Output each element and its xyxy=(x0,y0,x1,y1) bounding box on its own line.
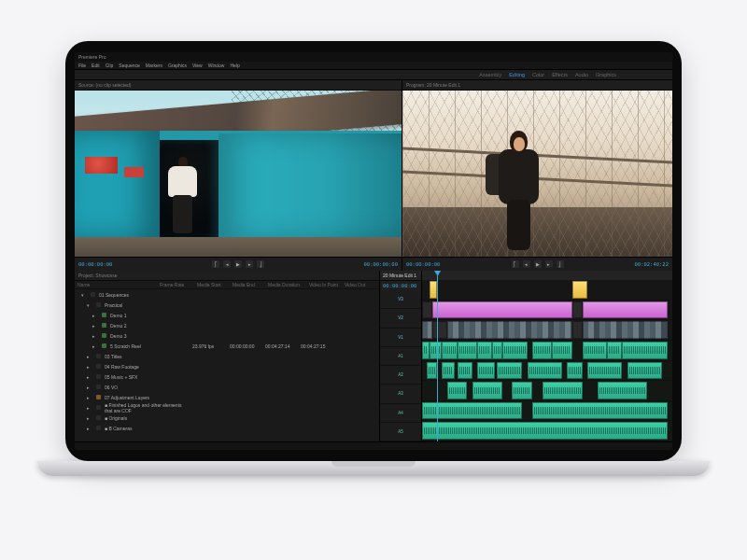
source-tab[interactable]: Source: (no clip selected) xyxy=(75,80,402,91)
track-a2[interactable] xyxy=(422,361,672,382)
project-item[interactable]: ▸Demo 1 xyxy=(75,310,379,320)
audio-clip[interactable] xyxy=(442,362,454,380)
audio-clip[interactable] xyxy=(442,342,457,359)
disclosure-icon[interactable]: ▸ xyxy=(87,364,92,370)
program-tab[interactable]: Program: 20 Minute Edit 1 xyxy=(402,80,672,91)
track-a3[interactable] xyxy=(422,381,672,401)
project-item[interactable]: ▸04 Raw Footage xyxy=(75,361,379,371)
timeline-sequence-name[interactable]: 20 Minute Edit 1 xyxy=(380,271,421,281)
disclosure-icon[interactable]: ▸ xyxy=(92,323,98,329)
mark-in-button[interactable]: ⎡ xyxy=(212,260,219,268)
track-v3[interactable] xyxy=(422,280,672,301)
project-item[interactable]: ▸■ Originals xyxy=(75,413,379,423)
disclosure-icon[interactable]: ▸ xyxy=(92,333,98,339)
menu-file[interactable]: File xyxy=(78,63,86,68)
track-header-v3[interactable]: V3 xyxy=(380,290,421,309)
audio-clip[interactable] xyxy=(422,422,668,440)
disclosure-icon[interactable]: ▸ xyxy=(87,385,92,390)
audio-clip[interactable] xyxy=(422,342,430,359)
project-column-header[interactable]: Name xyxy=(78,282,156,287)
step-forward-button[interactable]: ▸ xyxy=(545,260,553,268)
menu-window[interactable]: Window xyxy=(208,63,225,68)
disclosure-icon[interactable]: ▸ xyxy=(87,354,92,359)
video-clip[interactable] xyxy=(572,281,587,299)
track-header-a5[interactable]: A5 xyxy=(380,423,421,441)
project-column-header[interactable]: Video Out xyxy=(345,282,376,287)
track-a1[interactable] xyxy=(422,341,672,361)
audio-clip[interactable] xyxy=(567,362,582,380)
track-header-v2[interactable]: V2 xyxy=(380,309,421,328)
audio-clip[interactable] xyxy=(477,362,495,380)
workspace-tab-color[interactable]: Color xyxy=(532,72,544,77)
menu-help[interactable]: Help xyxy=(230,63,239,68)
menu-clip[interactable]: Clip xyxy=(106,63,114,68)
video-clip[interactable] xyxy=(422,321,432,339)
project-item[interactable]: ▸■ B Cameras xyxy=(75,423,379,433)
audio-clip[interactable] xyxy=(497,362,522,380)
project-item[interactable]: ▸Demo 2 xyxy=(75,320,379,330)
step-back-button[interactable]: ◂ xyxy=(523,260,530,268)
menu-markers[interactable]: Markers xyxy=(146,63,162,68)
video-clip[interactable] xyxy=(583,321,668,339)
disclosure-icon[interactable]: ▾ xyxy=(87,302,92,308)
menu-edit[interactable]: Edit xyxy=(92,63,100,68)
program-monitor[interactable] xyxy=(402,91,672,257)
track-a5[interactable] xyxy=(422,421,672,441)
disclosure-icon[interactable]: ▸ xyxy=(87,374,92,380)
audio-clip[interactable] xyxy=(458,362,472,380)
source-monitor[interactable] xyxy=(75,91,402,257)
track-v2[interactable] xyxy=(422,301,672,321)
video-clip[interactable] xyxy=(432,321,447,339)
timeline-body[interactable] xyxy=(422,271,672,441)
play-button[interactable]: ▶ xyxy=(534,260,542,268)
track-v1[interactable] xyxy=(422,320,672,341)
audio-clip[interactable] xyxy=(627,362,663,380)
menu-graphics[interactable]: Graphics xyxy=(168,63,187,68)
video-clip[interactable] xyxy=(572,301,583,319)
project-item[interactable]: ▸Demo 3 xyxy=(75,330,379,341)
track-header-v1[interactable]: V1 xyxy=(380,329,421,347)
audio-clip[interactable] xyxy=(447,382,467,399)
video-clip[interactable] xyxy=(430,281,437,299)
project-item[interactable]: ▸■ Finished Logos and other elements tha… xyxy=(75,402,379,413)
workspace-tab-assembly[interactable]: Assembly xyxy=(479,72,501,77)
project-column-header[interactable]: Media Duration xyxy=(268,282,305,287)
mark-out-button[interactable]: ⎦ xyxy=(557,260,564,268)
disclosure-icon[interactable]: ▸ xyxy=(87,405,92,411)
audio-clip[interactable] xyxy=(552,342,571,359)
timeline-playhead-timecode[interactable]: 00:00:00:00 xyxy=(380,281,421,290)
audio-clip[interactable] xyxy=(622,342,667,359)
step-back-button[interactable]: ◂ xyxy=(223,260,231,268)
project-item[interactable]: ▾Practical xyxy=(75,300,379,310)
project-item[interactable]: ▸05 Music + SFX xyxy=(75,371,379,382)
menu-view[interactable]: View xyxy=(192,63,203,68)
audio-clip[interactable] xyxy=(502,342,528,359)
video-clip[interactable] xyxy=(432,301,572,319)
track-header-a1[interactable]: A1 xyxy=(380,347,421,366)
project-item[interactable]: ▸06 VO xyxy=(75,382,379,392)
disclosure-icon[interactable]: ▸ xyxy=(87,415,92,421)
disclosure-icon[interactable]: ▸ xyxy=(87,426,92,431)
audio-clip[interactable] xyxy=(492,342,502,359)
video-clip[interactable] xyxy=(447,321,572,339)
audio-clip[interactable] xyxy=(543,382,583,399)
play-button[interactable]: ▶ xyxy=(234,260,242,268)
project-column-header[interactable]: Media Start xyxy=(197,282,229,287)
video-clip[interactable] xyxy=(572,321,583,339)
audio-clip[interactable] xyxy=(427,362,437,380)
track-header-a4[interactable]: A4 xyxy=(380,404,421,423)
workspace-tab-editing[interactable]: Editing xyxy=(509,72,525,77)
audio-clip[interactable] xyxy=(512,382,531,399)
project-tab[interactable]: Project: Showcase xyxy=(75,271,379,281)
project-item[interactable]: ▸5 Scratch Reel23.976 fps00:00:00:0000:0… xyxy=(75,341,379,351)
disclosure-icon[interactable]: ▸ xyxy=(87,395,92,400)
project-column-header[interactable]: Video In Point xyxy=(309,282,341,287)
disclosure-icon[interactable]: ▾ xyxy=(81,292,87,298)
workspace-tab-audio[interactable]: Audio xyxy=(575,72,588,77)
mark-in-button[interactable]: ⎡ xyxy=(512,260,519,268)
audio-clip[interactable] xyxy=(598,382,648,399)
audio-clip[interactable] xyxy=(528,362,563,380)
mark-out-button[interactable]: ⎦ xyxy=(257,260,264,268)
audio-clip[interactable] xyxy=(532,342,552,359)
playhead[interactable] xyxy=(437,271,438,441)
